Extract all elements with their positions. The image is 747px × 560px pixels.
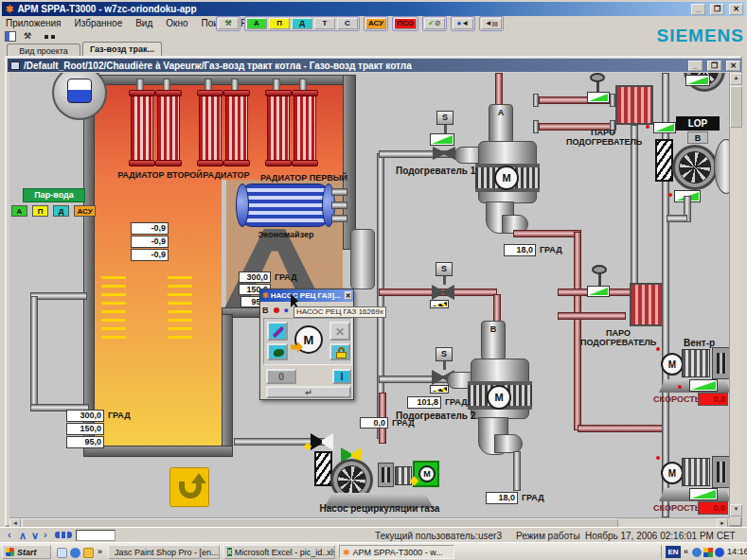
binoculars-icon[interactable]: [43, 32, 56, 42]
keyboard-layout-indicator[interactable]: EN: [666, 546, 681, 558]
temp-value[interactable]: 101,8: [407, 396, 441, 409]
view-grid-icon[interactable]: [5, 31, 16, 42]
operator-icon[interactable]: ⚒: [218, 18, 239, 29]
execute-button[interactable]: ↵: [266, 386, 351, 398]
temp-value[interactable]: 150,0: [66, 423, 104, 435]
fan2-motor[interactable]: M: [661, 462, 684, 484]
restore-button[interactable]: ❐: [710, 4, 724, 15]
lock-button[interactable]: [329, 343, 350, 360]
nav-back-icon[interactable]: ‹: [8, 529, 11, 540]
maintenance-wrench-button[interactable]: [267, 322, 288, 341]
draft-value[interactable]: -0,9: [131, 222, 169, 235]
mode-button-s[interactable]: С: [337, 18, 358, 29]
scroll-down-button[interactable]: ▼: [730, 504, 742, 516]
heater1-motor[interactable]: M: [494, 166, 519, 190]
diagram-minimize-button[interactable]: _: [688, 61, 703, 71]
valve-actuator-s[interactable]: S: [436, 347, 453, 361]
pump-motor[interactable]: M: [418, 465, 436, 482]
draft-value[interactable]: -0,9: [131, 249, 169, 261]
project-tree-icon[interactable]: ⚒: [24, 31, 35, 42]
valve-actuator-s[interactable]: S: [436, 111, 454, 125]
close-button[interactable]: ✕: [729, 4, 743, 15]
tray-icon[interactable]: [715, 548, 724, 557]
speaker-icon[interactable]: ◄))): [481, 18, 502, 29]
clock[interactable]: 14:16: [727, 547, 747, 556]
task-button-paintshop[interactable]: Jasc Paint Shop Pro - [en...: [108, 545, 220, 559]
task-button-excel[interactable]: X Microsoft Excel - pic_id..xls: [223, 545, 335, 559]
radiator[interactable]: [131, 92, 153, 164]
temp-value[interactable]: 18,0: [504, 244, 536, 256]
speed-value[interactable]: 0,0: [698, 393, 728, 406]
quicklaunch-icon[interactable]: [70, 548, 80, 558]
steam-heater1-coil[interactable]: [615, 85, 653, 125]
temp-value[interactable]: 18,0: [486, 492, 518, 504]
radiator[interactable]: [225, 92, 248, 164]
quicklaunch-icon[interactable]: [83, 548, 94, 558]
tab-gas-air-tract[interactable]: Газ-возд трак...: [82, 42, 162, 56]
radiator[interactable]: [157, 92, 180, 164]
menu-item[interactable]: Избранное: [75, 18, 123, 28]
forbid-button[interactable]: ✕: [329, 322, 350, 341]
tray-icon[interactable]: [692, 548, 702, 557]
tray-icon[interactable]: [703, 548, 713, 557]
scroll-thumb[interactable]: [730, 86, 742, 128]
vertical-scrollbar[interactable]: ▲ ▼: [729, 73, 742, 517]
diagram-close-button[interactable]: ✕: [726, 61, 740, 71]
draft-value[interactable]: -0,9: [131, 236, 169, 248]
fan1-motor[interactable]: M: [661, 353, 684, 376]
task-button-sppa[interactable]: ✱ АРМ SPPA-T3000 - w...: [339, 545, 454, 559]
tool-icon[interactable]: ●: [284, 306, 289, 315]
mode-button-t[interactable]: Т: [314, 18, 335, 29]
quicklaunch-icon[interactable]: [57, 548, 67, 558]
mode-button-asu[interactable]: АСУ: [365, 18, 386, 29]
speed-value[interactable]: 0,0: [698, 501, 728, 515]
valve-body[interactable]: [432, 285, 454, 300]
temp-value[interactable]: 300,0: [239, 271, 271, 283]
uturn-nav-button[interactable]: [169, 467, 209, 507]
tray-collapse-chevron[interactable]: «: [684, 547, 688, 556]
function-button[interactable]: [267, 343, 288, 360]
par-voda-button[interactable]: Пар-вода: [23, 188, 85, 202]
pv-mode-a[interactable]: А: [11, 205, 27, 217]
economizer-symbol[interactable]: [240, 184, 329, 227]
tab-project-view[interactable]: Вид проекта: [7, 44, 80, 56]
temp-value[interactable]: 95,0: [66, 436, 104, 448]
faceplate-close-button[interactable]: ✕: [345, 291, 352, 300]
butterfly-valve[interactable]: [311, 433, 333, 450]
menu-item[interactable]: Окно: [166, 18, 187, 28]
minimize-button[interactable]: _: [691, 4, 705, 15]
diagram-restore-button[interactable]: ❐: [707, 61, 721, 71]
on-1-button[interactable]: I: [332, 369, 351, 384]
radiator[interactable]: [199, 92, 222, 164]
mode-button-d[interactable]: Д: [292, 18, 312, 29]
mode-button-pso[interactable]: ПСО: [394, 18, 417, 29]
nav-down-icon[interactable]: ∨: [31, 530, 39, 542]
radiator[interactable]: [293, 92, 316, 164]
mode-button-a[interactable]: А: [246, 18, 267, 29]
temp-value[interactable]: 300,0: [66, 410, 104, 422]
radiator[interactable]: [267, 92, 290, 164]
louver-damper[interactable]: [655, 139, 673, 182]
pin-icon[interactable]: [274, 307, 279, 313]
pv-mode-d[interactable]: Д: [53, 205, 69, 217]
valve-actuator-s[interactable]: S: [436, 262, 453, 276]
ack-check-icon[interactable]: ✓⊘: [424, 18, 445, 29]
temp-value[interactable]: 0,0: [360, 417, 388, 429]
connector-icon[interactable]: [55, 532, 72, 538]
menu-item[interactable]: Вид: [135, 18, 152, 28]
nav-up-icon[interactable]: ∧: [19, 530, 27, 542]
start-button[interactable]: Start: [2, 545, 51, 559]
off-0-button[interactable]: 0: [266, 369, 296, 384]
nav-forward-icon[interactable]: ›: [44, 529, 47, 540]
scroll-up-button[interactable]: ▲: [730, 73, 742, 85]
more-toolbars-chevron[interactable]: »: [98, 547, 102, 556]
pv-mode-asu[interactable]: АСУ: [74, 205, 96, 217]
menu-item[interactable]: Приложения: [6, 18, 62, 28]
navigation-input[interactable]: [76, 530, 116, 541]
pv-mode-p[interactable]: П: [32, 205, 48, 217]
horn-mute-icon[interactable]: ●◄: [453, 18, 473, 29]
bold-b-icon[interactable]: B: [262, 306, 269, 315]
heater2-motor[interactable]: M: [487, 385, 511, 410]
lop-fan[interactable]: [672, 145, 718, 190]
mode-button-p[interactable]: П: [269, 18, 290, 29]
